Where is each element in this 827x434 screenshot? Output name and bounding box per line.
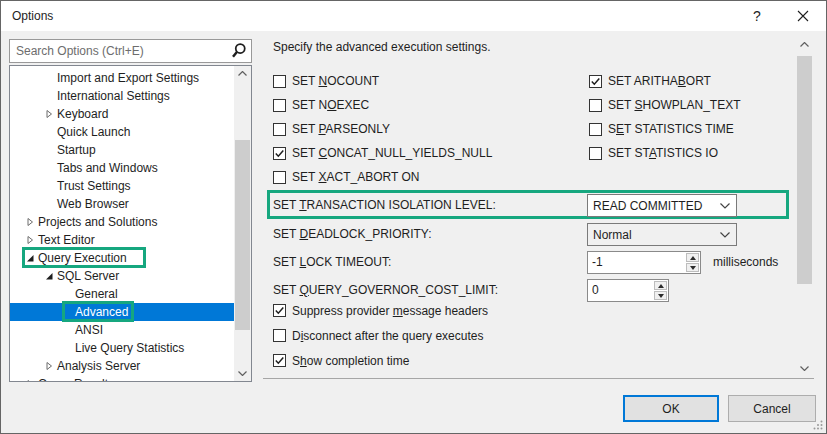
tree-scrollbar-thumb[interactable]: [235, 140, 250, 330]
tree-item-advanced[interactable]: Advanced: [10, 303, 234, 321]
tree-expander-icon[interactable]: [61, 342, 73, 354]
tree-expander-icon[interactable]: [61, 306, 73, 318]
checkbox-label: Suppress provider message headers: [292, 304, 488, 318]
tree-expander-icon[interactable]: [43, 180, 55, 192]
spin-down-button[interactable]: [654, 291, 667, 300]
checkbox-row-set-concat-null-yields-null[interactable]: SET CONCAT_NULL_YIELDS_NULL: [273, 141, 492, 165]
scroll-up-icon[interactable]: [796, 37, 813, 52]
scroll-down-icon[interactable]: [796, 361, 813, 376]
isolation-level-label: SET TRANSACTION ISOLATION LEVEL:: [273, 198, 496, 212]
checkbox-box[interactable]: [273, 329, 286, 342]
checkbox-row-set-parseonly[interactable]: SET PARSEONLY: [273, 117, 492, 141]
checkbox-label: SET XACT_ABORT ON: [292, 170, 419, 184]
checkbox-box[interactable]: [273, 171, 286, 184]
tree-expander-icon[interactable]: [43, 270, 55, 282]
checkbox-box[interactable]: [273, 123, 286, 136]
lock-timeout-value: -1: [588, 252, 685, 273]
spin-up-button[interactable]: [654, 281, 667, 290]
checkbox-row-suppress-provider-message-headers[interactable]: Suppress provider message headers: [273, 298, 488, 323]
checkbox-box[interactable]: [589, 147, 602, 160]
options-dialog: Options ? Import and Export Settings Int…: [0, 0, 827, 434]
tree-item-label: Startup: [57, 143, 96, 157]
tree-item-trust-settings[interactable]: Trust Settings: [10, 177, 234, 195]
tree-expander-icon[interactable]: [61, 324, 73, 336]
tree-item-general[interactable]: General: [10, 285, 234, 303]
checkbox-box[interactable]: [273, 354, 286, 367]
panel-scrollbar-thumb[interactable]: [797, 56, 812, 284]
ok-button[interactable]: OK: [623, 395, 719, 422]
checkbox-row-show-completion-time[interactable]: Show completion time: [273, 348, 488, 373]
help-button[interactable]: ?: [740, 1, 774, 30]
tree-expander-icon[interactable]: [43, 162, 55, 174]
search-icon[interactable]: [229, 41, 249, 61]
tree-item-keyboard[interactable]: Keyboard: [10, 105, 234, 123]
lock-timeout-input[interactable]: -1: [587, 251, 701, 274]
checkbox-box[interactable]: [589, 123, 602, 136]
tree-item-startup[interactable]: Startup: [10, 141, 234, 159]
checkbox-box[interactable]: [273, 99, 286, 112]
tree-item-sql-server[interactable]: SQL Server: [10, 267, 234, 285]
checkbox-row-set-statistics-io[interactable]: SET STATISTICS IO: [589, 141, 741, 165]
tree-item-live-query-statistics[interactable]: Live Query Statistics: [10, 339, 234, 357]
tree-item-tabs-and-windows[interactable]: Tabs and Windows: [10, 159, 234, 177]
tree-expander-icon[interactable]: [24, 216, 36, 228]
tree-expander-icon[interactable]: [43, 90, 55, 102]
tree-item-projects-and-solutions[interactable]: Projects and Solutions: [10, 213, 234, 231]
check-icon: [274, 355, 285, 366]
tree-item-label: Query Results: [38, 377, 114, 382]
tree-scrollbar[interactable]: [234, 66, 251, 381]
checkbox-box[interactable]: [273, 147, 286, 160]
checkbox-row-disconnect-after-the-query-executes[interactable]: Disconnect after the query executes: [273, 323, 488, 348]
panel-scrollbar[interactable]: [796, 37, 813, 376]
deadlock-priority-select[interactable]: Normal: [587, 223, 737, 246]
tree-expander-icon[interactable]: [61, 288, 73, 300]
tree-expander-icon[interactable]: [43, 108, 55, 120]
isolation-level-value: READ COMMITTED: [593, 199, 702, 213]
checkbox-row-set-showplan-text[interactable]: SET SHOWPLAN_TEXT: [589, 93, 741, 117]
tree-expander-icon[interactable]: [43, 360, 55, 372]
scroll-down-icon[interactable]: [234, 366, 251, 381]
spinner: [685, 252, 700, 273]
tree-item-international-settings[interactable]: International Settings: [10, 87, 234, 105]
tree-item-label: ANSI: [75, 323, 103, 337]
tree-item-label: International Settings: [57, 89, 170, 103]
tree-item-quick-launch[interactable]: Quick Launch: [10, 123, 234, 141]
tree-item-text-editor[interactable]: Text Editor: [10, 231, 234, 249]
isolation-level-select[interactable]: READ COMMITTED: [587, 194, 737, 217]
tree-expander-icon[interactable]: [43, 198, 55, 210]
checkbox-label: SET CONCAT_NULL_YIELDS_NULL: [292, 146, 492, 160]
scroll-up-icon[interactable]: [234, 66, 251, 81]
checkbox-box[interactable]: [273, 75, 286, 88]
tree-item-query-results[interactable]: Query Results: [10, 375, 234, 382]
tree-item-ansi[interactable]: ANSI: [10, 321, 234, 339]
tree-expander-icon[interactable]: [24, 378, 36, 382]
checkbox-row-set-noexec[interactable]: SET NOEXEC: [273, 93, 492, 117]
spin-up-button[interactable]: [686, 253, 699, 262]
resize-grip[interactable]: [813, 420, 823, 430]
tree-expander-icon[interactable]: [24, 234, 36, 246]
window-title: Options: [12, 9, 53, 23]
panel-heading: Specify the advanced execution settings.: [273, 40, 490, 54]
spin-down-button[interactable]: [686, 263, 699, 272]
search-input[interactable]: [10, 44, 229, 58]
checkbox-row-set-nocount[interactable]: SET NOCOUNT: [273, 69, 492, 93]
tree-expander-icon[interactable]: [24, 252, 36, 264]
checkbox-row-set-xact-abort-on[interactable]: SET XACT_ABORT ON: [273, 165, 492, 189]
checkbox-box[interactable]: [589, 99, 602, 112]
checkbox-box[interactable]: [273, 304, 286, 317]
close-button[interactable]: [786, 1, 820, 30]
cancel-button[interactable]: Cancel: [728, 395, 816, 422]
tree-item-import-and-export-settings[interactable]: Import and Export Settings: [10, 69, 234, 87]
footer-separator: [263, 378, 814, 379]
tree-expander-icon[interactable]: [43, 126, 55, 138]
title-bar[interactable]: Options ?: [1, 1, 826, 31]
checkbox-row-set-statistics-time[interactable]: SET STATISTICS TIME: [589, 117, 741, 141]
checkbox-row-set-arithabort[interactable]: SET ARITHABORT: [589, 69, 741, 93]
tree-item-web-browser[interactable]: Web Browser: [10, 195, 234, 213]
tree-expander-icon[interactable]: [43, 144, 55, 156]
query-governor-input[interactable]: 0: [587, 279, 669, 302]
tree-item-query-execution[interactable]: Query Execution: [10, 249, 234, 267]
checkbox-box[interactable]: [589, 75, 602, 88]
tree-item-analysis-server[interactable]: Analysis Server: [10, 357, 234, 375]
tree-expander-icon[interactable]: [43, 72, 55, 84]
